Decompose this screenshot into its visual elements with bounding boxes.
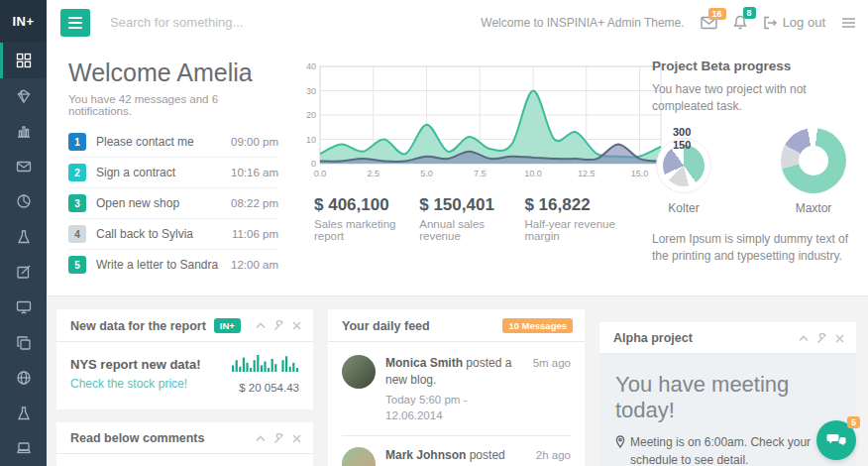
report-panel-title: New data for the report [70,319,206,333]
task-row[interactable]: 3 Open new shop 08:22 pm [68,188,278,219]
meeting-hero: You have meeting today! Meeting is on 6:… [599,354,856,466]
stats-row: $ 406,100 Sales marketing report $ 150,4… [300,195,630,242]
sidebar-item-metrics[interactable] [0,184,47,220]
collapse-icon[interactable] [799,335,809,342]
widgets-column-1: New data for the report IN+ NYS report n… [56,309,313,466]
task-row[interactable]: 4 Call back to Sylvia 11:06 pm [68,219,278,250]
close-icon[interactable] [292,434,301,443]
chat-count-badge: 5 [847,416,860,428]
collapse-icon[interactable] [256,435,266,442]
stat-sales-marketing: $ 406,100 Sales marketing report [314,195,419,242]
svg-text:2.5: 2.5 [367,169,380,178]
sign-out-icon [763,16,777,30]
sidebar-item-widgets[interactable] [0,78,47,114]
widgets-row: New data for the report IN+ NYS report n… [47,296,868,466]
task-number-badge: 2 [68,164,86,181]
wrench-icon[interactable] [273,433,284,444]
task-number-badge: 5 [68,256,86,274]
edit-icon [16,264,32,280]
svg-text:10.0: 10.0 [524,169,542,178]
avatar [342,355,376,389]
task-row[interactable]: 2 Sign a contract 10:16 am [68,158,278,188]
project-beta-footer: Lorem Ipsum is simply dummy text of the … [652,231,850,266]
sidebar-item-mailbox[interactable] [0,149,47,184]
svg-text:12.5: 12.5 [578,169,596,178]
right-sidebar-toggle-button[interactable] [841,17,856,29]
diamond-icon [16,88,32,104]
logout-button[interactable]: Log out [763,15,825,30]
meeting-note: Meeting is on 6:00am. Check your schedul… [630,433,840,466]
task-row[interactable]: 5 Write a letter to Sandra 12:00 am [68,250,278,280]
sidebar-item-dashboard[interactable] [0,43,47,78]
task-number-badge: 3 [68,194,86,212]
comments-panel-title: Read below comments [70,431,204,445]
sidebar-item-forms[interactable] [0,219,47,255]
sidebar-toggle-button[interactable] [60,9,90,37]
sidebar-item-editor[interactable] [0,255,47,291]
revenue-area-chart: 0102030400.02.55.07.510.012.515.0 [300,58,669,185]
overview-section: Welcome Amelia You have 42 messages and … [47,45,868,296]
report-panel: New data for the report IN+ NYS report n… [56,309,313,409]
grid-icon [16,53,32,68]
messages-button[interactable]: 16 [701,16,717,30]
stock-amount: $ 20 054.43 [232,380,299,397]
svg-text:30: 30 [306,86,316,96]
globe-icon [16,370,32,386]
page-title: Welcome Amelia [68,58,278,87]
feed-panel: Your daily feed 10 Messages Monica Smith… [328,309,585,466]
svg-text:7.5: 7.5 [474,169,487,178]
welcome-subtitle: You have 42 messages and 6 notifications… [68,93,278,117]
svg-text:5.0: 5.0 [420,169,433,178]
chat-fab-button[interactable]: 5 [816,420,856,460]
collapse-icon[interactable] [256,322,266,329]
maxtor-chart: Maxtor [781,128,846,215]
sidebar-item-app-views[interactable] [0,360,47,396]
sidebar-item-ui-elements[interactable] [0,290,47,325]
stat-half-year-margin: $ 16,822 Half-year revenue margin [524,195,629,242]
flask-icon [16,229,32,245]
task-number-badge: 4 [68,225,86,243]
app-logo[interactable]: IN+ [0,0,47,43]
report-headline: NYS report new data! [70,355,200,375]
alpha-panel-title: Alpha project [613,331,693,345]
kolter-label: Kolter [656,201,711,215]
top-navbar: Welcome to INSPINIA+ Admin Theme. 16 8 [47,0,868,45]
kolter-values: 300 150 [673,126,691,152]
logout-label: Log out [783,15,825,30]
notifications-count-badge: 8 [743,7,756,19]
sidebar-item-lab[interactable] [0,396,47,431]
report-in-badge: IN+ [214,318,241,333]
maxtor-label: Maxtor [781,201,846,215]
svg-text:40: 40 [306,61,316,71]
stat-annual-revenue: $ 150,401 Annual sales revenue [419,195,524,242]
project-beta-panel: Project Beta progress You have two proje… [652,58,850,280]
sidebar-item-pages[interactable] [0,325,47,361]
search-input[interactable] [110,15,328,30]
desktop-icon [16,299,32,315]
laptop-icon [16,440,32,456]
svg-text:20: 20 [306,110,316,120]
bars-icon [841,17,856,29]
avatar [342,447,376,466]
sidebar: IN+ [0,0,47,466]
sidebar-item-miscellaneous[interactable] [0,430,47,466]
comments-panel: Read below comments @Alan Marry I belive… [56,422,313,466]
sidebar-item-charts[interactable] [0,113,47,149]
map-marker-icon [615,435,625,448]
feed-item[interactable]: Monica Smith posted a new blog. Today 5:… [342,344,571,436]
messages-count-badge: 16 [708,8,726,20]
project-beta-text: You have two project with not compleated… [652,81,850,116]
close-icon[interactable] [292,321,301,330]
svg-text:0: 0 [311,159,316,169]
wrench-icon[interactable] [273,320,284,331]
task-row[interactable]: 1 Please contact me 09:00 pm [68,127,278,158]
wrench-icon[interactable] [816,333,827,344]
project-beta-title: Project Beta progress [652,58,850,73]
kolter-chart: 300 150 Kolter [656,138,711,215]
notifications-button[interactable]: 8 [733,15,747,30]
meeting-heading: You have meeting today! [615,372,840,423]
page-content: Welcome Amelia You have 42 messages and … [47,45,868,466]
feed-item[interactable]: Mark Johnson posted message on Monica Sm… [342,436,571,466]
stock-price-link[interactable]: Check the stock price! [70,377,187,391]
close-icon[interactable] [835,334,844,343]
